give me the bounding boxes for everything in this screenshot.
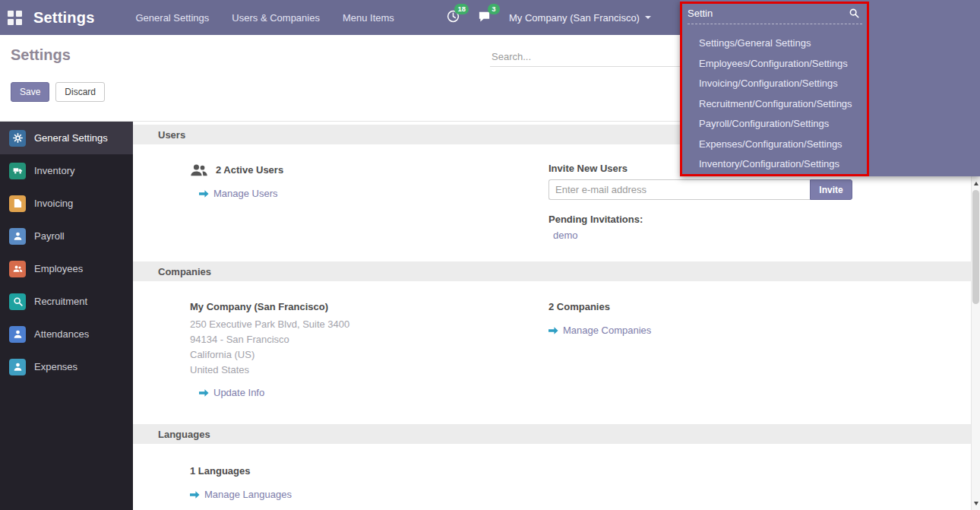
languages-count: 1 Languages [190, 465, 548, 477]
address-line: 250 Executive Park Blvd, Suite 3400 [190, 317, 548, 332]
chevron-down-icon [645, 16, 651, 19]
save-button[interactable]: Save [11, 82, 49, 102]
active-users-line: 2 Active Users [190, 163, 548, 177]
company-switcher-label: My Company (San Francisco) [509, 12, 640, 24]
manage-languages-link[interactable]: Manage Languages [190, 489, 548, 500]
payroll-person-icon [9, 228, 26, 245]
sidebar-item-label: Expenses [34, 361, 77, 372]
search-result-item[interactable]: Inventory/Configuration/Settings [680, 154, 980, 175]
scroll-down-button[interactable] [972, 498, 980, 508]
search-result-item[interactable]: Recruitment/Configuration/Settings [680, 94, 980, 115]
settings-sidebar: General Settings Inventory Invoicing Pay… [0, 122, 133, 510]
messages-badge: 3 [488, 4, 500, 14]
sidebar-item-label: Attendances [34, 328, 89, 340]
invoice-document-icon [9, 195, 26, 212]
active-users-count: 2 Active Users [216, 164, 283, 176]
menu-search-box [688, 0, 862, 24]
discard-button[interactable]: Discard [55, 82, 105, 102]
navbar-menu: General Settings Users & Companies Menu … [136, 12, 394, 24]
sidebar-item-expenses[interactable]: Expenses [0, 350, 133, 383]
sidebar-item-employees[interactable]: Employees [0, 252, 133, 285]
triangle-up-icon [974, 182, 978, 185]
settings-content: Users 2 Active Users Manage Users Invite… [133, 122, 971, 510]
group-icon [190, 163, 208, 177]
companies-section-header: Companies [133, 261, 971, 281]
manage-users-link[interactable]: Manage Users [199, 188, 548, 199]
scroll-up-button[interactable] [972, 178, 980, 188]
companies-section: My Company (San Francisco) 250 Executive… [133, 281, 971, 424]
address-line: 94134 - San Francisco [190, 332, 548, 347]
gear-icon [9, 130, 26, 147]
search-result-item[interactable]: Payroll/Configuration/Settings [680, 114, 980, 135]
systray: 18 3 My Company (San Francisco) [447, 0, 651, 35]
invite-email-group: Invite [548, 179, 852, 200]
attendance-person-icon [9, 326, 26, 343]
odoo-settings-screen: Settings General Settings Users & Compan… [0, 0, 980, 510]
menu-search-results: Settings/General Settings Employees/Conf… [680, 33, 980, 175]
address-line: United States [190, 363, 548, 378]
magnifier-icon [9, 293, 26, 310]
people-icon [9, 261, 26, 277]
languages-section-header: Languages [133, 424, 971, 444]
sidebar-item-label: General Settings [34, 132, 108, 144]
menu-menu-items[interactable]: Menu Items [343, 12, 394, 24]
sidebar-item-general-settings[interactable]: General Settings [0, 122, 133, 154]
page-title: Settings [11, 46, 71, 64]
apps-menu-button[interactable] [0, 11, 29, 25]
expense-person-icon [9, 359, 26, 375]
sidebar-item-recruitment[interactable]: Recruitment [0, 285, 133, 318]
pending-user-link[interactable]: demo [553, 230, 936, 241]
invite-button[interactable]: Invite [810, 179, 852, 200]
app-title: Settings [33, 9, 95, 27]
truck-icon [9, 163, 26, 179]
search-result-item[interactable]: Employees/Configuration/Settings [680, 54, 980, 74]
activities-badge: 18 [454, 4, 469, 14]
address-line: California (US) [190, 347, 548, 363]
company-switcher[interactable]: My Company (San Francisco) [509, 12, 651, 24]
sidebar-item-inventory[interactable]: Inventory [0, 154, 133, 187]
manage-companies-link[interactable]: Manage Companies [548, 325, 936, 336]
triangle-down-icon [974, 502, 978, 505]
activities-button[interactable]: 18 [447, 10, 460, 26]
menu-search-input[interactable] [688, 8, 832, 19]
scrollbar-thumb[interactable] [972, 190, 979, 304]
arrow-right-icon [199, 389, 209, 397]
search-icon[interactable] [849, 8, 859, 21]
company-address: 250 Executive Park Blvd, Suite 3400 9413… [190, 317, 548, 378]
pending-invitations-label: Pending Invitations: [548, 214, 936, 225]
sidebar-item-label: Payroll [34, 230, 65, 242]
sidebar-item-label: Employees [34, 263, 83, 274]
search-result-item[interactable]: Settings/General Settings [680, 33, 980, 54]
search-result-item[interactable]: Expenses/Configuration/Settings [680, 135, 980, 155]
sidebar-item-label: Invoicing [34, 198, 73, 209]
companies-count: 2 Companies [548, 301, 936, 312]
sidebar-item-label: Recruitment [34, 296, 87, 307]
sidebar-item-attendances[interactable]: Attendances [0, 318, 133, 350]
languages-section: 1 Languages Manage Languages [133, 444, 971, 500]
update-info-link[interactable]: Update Info [199, 387, 548, 398]
menu-general-settings[interactable]: General Settings [136, 12, 210, 24]
arrow-right-icon [190, 491, 200, 499]
company-name: My Company (San Francisco) [190, 301, 548, 312]
invite-email-input[interactable] [548, 179, 810, 200]
menu-users-companies[interactable]: Users & Companies [232, 12, 320, 24]
menu-search-dropdown: Settings/General Settings Employees/Conf… [680, 0, 980, 176]
messages-button[interactable]: 3 [478, 10, 491, 26]
sidebar-item-invoicing[interactable]: Invoicing [0, 187, 133, 220]
search-result-item[interactable]: Invoicing/Configuration/Settings [680, 74, 980, 94]
sidebar-item-label: Inventory [34, 165, 74, 176]
vertical-scrollbar[interactable] [971, 176, 980, 510]
sidebar-item-payroll[interactable]: Payroll [0, 220, 133, 252]
control-panel-buttons: Save Discard [11, 82, 105, 102]
arrow-right-icon [548, 327, 558, 334]
arrow-right-icon [199, 190, 209, 198]
apps-grid-icon [8, 11, 22, 25]
